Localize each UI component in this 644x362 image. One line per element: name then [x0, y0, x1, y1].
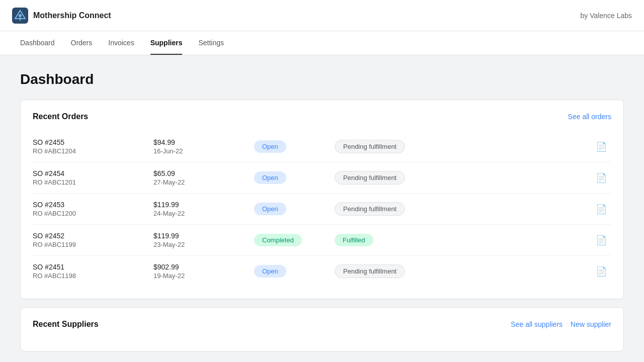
status-badge: Open	[254, 265, 286, 278]
order-ro: RO #ABC1198	[33, 272, 153, 280]
fulfillment-badge: Pending fulfillment	[335, 140, 405, 153]
order-amount: $119.99	[153, 201, 254, 209]
order-status-cell: Completed	[254, 234, 335, 246]
order-action-cell[interactable]: 📄	[591, 235, 611, 246]
order-ro: RO #ABC1200	[33, 210, 153, 217]
nav-dashboard[interactable]: Dashboard	[20, 32, 55, 55]
document-icon[interactable]: 📄	[596, 266, 607, 277]
order-date: 23-May-22	[153, 241, 254, 248]
fulfillment-badge: Pending fulfillment	[335, 171, 405, 185]
order-id-cell: SO #2454 RO #ABC1201	[33, 169, 153, 186]
app-title: Mothership Connect	[33, 11, 111, 20]
table-row: SO #2451 RO #ABC1198 $902.99 19-May-22 O…	[33, 256, 611, 287]
document-icon[interactable]: 📄	[596, 172, 607, 184]
status-badge: Open	[254, 171, 286, 184]
document-icon[interactable]: 📄	[596, 235, 607, 246]
order-date: 24-May-22	[153, 210, 254, 217]
order-amount: $94.99	[153, 138, 254, 146]
new-supplier-link[interactable]: New supplier	[571, 320, 611, 328]
order-so: SO #2454	[33, 169, 153, 177]
nav-orders[interactable]: Orders	[71, 32, 93, 55]
order-status-cell: Open	[254, 265, 335, 278]
nav-settings[interactable]: Settings	[198, 32, 224, 55]
app-header: Mothership Connect by Valence Labs	[0, 0, 644, 31]
nav-suppliers[interactable]: Suppliers	[150, 32, 183, 55]
recent-orders-card: Recent Orders See all orders SO #2455 RO…	[20, 100, 624, 299]
order-id-cell: SO #2455 RO #ABC1204	[33, 138, 153, 155]
order-id-cell: SO #2451 RO #ABC1198	[33, 263, 153, 280]
order-action-cell[interactable]: 📄	[591, 266, 611, 277]
order-ro: RO #ABC1199	[33, 241, 153, 248]
recent-suppliers-header: Recent Suppliers See all suppliers New s…	[33, 320, 611, 329]
status-badge: Open	[254, 140, 286, 153]
order-status-cell: Open	[254, 171, 335, 184]
status-badge: Open	[254, 203, 286, 215]
svg-point-2	[19, 14, 22, 17]
main-nav: Dashboard Orders Invoices Suppliers Sett…	[0, 31, 644, 55]
fulfillment-badge: Pending fulfillment	[335, 264, 405, 278]
recent-orders-header: Recent Orders See all orders	[33, 112, 611, 121]
main-content: Dashboard Recent Orders See all orders S…	[0, 55, 644, 362]
mothership-logo-icon	[12, 8, 28, 24]
table-row: SO #2454 RO #ABC1201 $65.09 27-May-22 Op…	[33, 162, 611, 194]
orders-list: SO #2455 RO #ABC1204 $94.99 16-Jun-22 Op…	[33, 131, 611, 287]
order-id-cell: SO #2453 RO #ABC1200	[33, 201, 153, 217]
order-ro: RO #ABC1201	[33, 178, 153, 186]
order-fulfillment-cell: Fulfilled	[335, 234, 591, 246]
document-icon[interactable]: 📄	[596, 141, 607, 152]
status-badge: Completed	[254, 234, 302, 246]
order-amount: $65.09	[153, 169, 254, 177]
table-row: SO #2453 RO #ABC1200 $119.99 24-May-22 O…	[33, 194, 611, 225]
fulfillment-badge: Pending fulfillment	[335, 202, 405, 216]
order-amount-cell: $119.99 23-May-22	[153, 232, 254, 248]
order-action-cell[interactable]: 📄	[591, 204, 611, 215]
suppliers-actions: See all suppliers New supplier	[511, 320, 611, 328]
order-amount-cell: $119.99 24-May-22	[153, 201, 254, 217]
see-all-suppliers-link[interactable]: See all suppliers	[511, 320, 562, 328]
nav-invoices[interactable]: Invoices	[108, 32, 134, 55]
order-action-cell[interactable]: 📄	[591, 172, 611, 184]
recent-suppliers-card: Recent Suppliers See all suppliers New s…	[20, 307, 624, 351]
order-so: SO #2453	[33, 201, 153, 209]
order-status-cell: Open	[254, 140, 335, 153]
order-amount: $902.99	[153, 263, 254, 271]
order-fulfillment-cell: Pending fulfillment	[335, 140, 591, 153]
order-amount-cell: $902.99 19-May-22	[153, 263, 254, 280]
logo-area: Mothership Connect	[12, 8, 111, 24]
order-date: 19-May-22	[153, 272, 254, 280]
order-date: 27-May-22	[153, 178, 254, 186]
document-icon[interactable]: 📄	[596, 204, 607, 215]
order-so: SO #2452	[33, 232, 153, 240]
order-so: SO #2455	[33, 138, 153, 146]
recent-suppliers-title: Recent Suppliers	[33, 320, 99, 329]
table-row: SO #2452 RO #ABC1199 $119.99 23-May-22 C…	[33, 225, 611, 256]
order-ro: RO #ABC1204	[33, 147, 153, 155]
order-fulfillment-cell: Pending fulfillment	[335, 202, 591, 216]
order-amount-cell: $65.09 27-May-22	[153, 169, 254, 186]
order-amount-cell: $94.99 16-Jun-22	[153, 138, 254, 155]
recent-orders-title: Recent Orders	[33, 112, 88, 121]
order-id-cell: SO #2452 RO #ABC1199	[33, 232, 153, 248]
order-fulfillment-cell: Pending fulfillment	[335, 171, 591, 185]
page-title: Dashboard	[20, 71, 624, 87]
see-all-orders-link[interactable]: See all orders	[568, 113, 611, 121]
order-status-cell: Open	[254, 203, 335, 215]
order-amount: $119.99	[153, 232, 254, 240]
order-action-cell[interactable]: 📄	[591, 141, 611, 152]
order-date: 16-Jun-22	[153, 147, 254, 155]
order-fulfillment-cell: Pending fulfillment	[335, 264, 591, 278]
fulfillment-badge: Fulfilled	[335, 234, 373, 246]
order-so: SO #2451	[33, 263, 153, 271]
table-row: SO #2455 RO #ABC1204 $94.99 16-Jun-22 Op…	[33, 131, 611, 162]
header-byline: by Valence Labs	[581, 12, 632, 20]
